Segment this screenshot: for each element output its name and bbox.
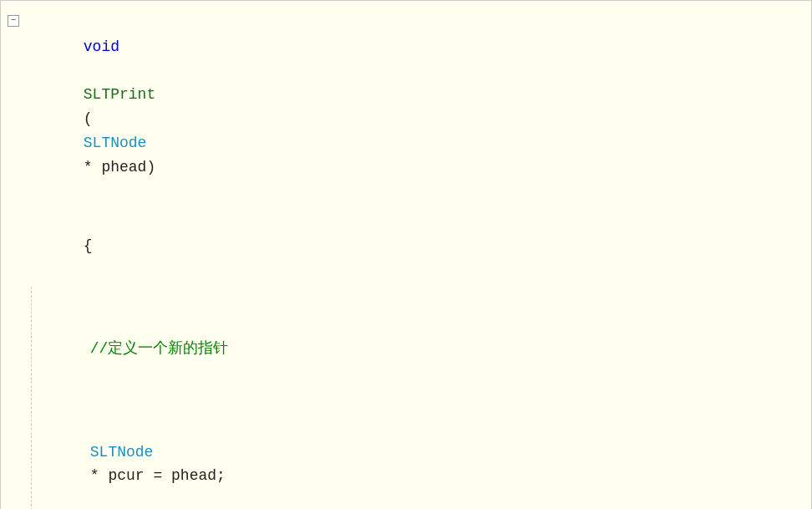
code-rest-4: * pcur = phead;: [90, 467, 226, 484]
code-line-4: SLTNode * pcur = phead;: [1, 389, 811, 509]
indent-3: [90, 317, 126, 333]
brace-open: {: [84, 237, 93, 254]
line-content-3: //定义一个新的指针: [33, 287, 811, 388]
code-line-1: − void SLTPrint ( SLTNode * phead): [1, 8, 811, 206]
line-content-2: {: [26, 207, 811, 284]
function-name: SLTPrint: [84, 86, 155, 103]
param-type: SLTNode: [84, 135, 147, 151]
space: [84, 63, 93, 79]
keyword-void: void: [84, 38, 119, 55]
code-container: − void SLTPrint ( SLTNode * phead) { //定…: [0, 0, 812, 509]
line-content-4: SLTNode * pcur = phead;: [33, 389, 811, 509]
line-content-1: void SLTPrint ( SLTNode * phead): [26, 8, 811, 206]
paren-open: (: [84, 110, 93, 127]
indent-4: [90, 420, 126, 436]
code-line-3: //定义一个新的指针: [1, 286, 811, 389]
code-line-2: {: [1, 206, 811, 285]
fold-gutter-1[interactable]: −: [1, 8, 26, 27]
type-sltnode-4: SLTNode: [90, 444, 154, 461]
fold-button-1[interactable]: −: [8, 15, 19, 27]
param-rest: * phead): [84, 159, 155, 176]
comment-3: //定义一个新的指针: [90, 340, 229, 357]
